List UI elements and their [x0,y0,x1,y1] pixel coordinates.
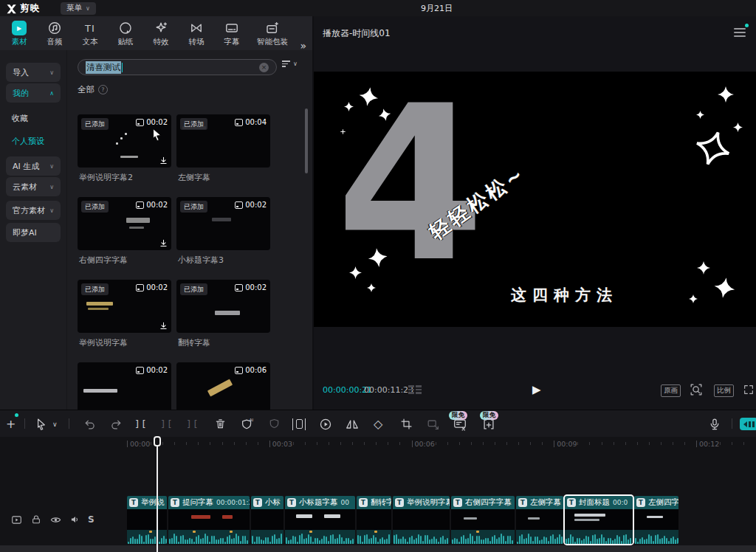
template-card[interactable]: 已添加00:04左侧字幕 [176,114,270,197]
fullscreen-icon[interactable] [742,377,755,402]
sidebar-item[interactable]: 云素材∨ [6,177,61,196]
download-icon[interactable] [159,238,168,248]
card-thumbnail[interactable]: 已添加00:02 [78,197,171,250]
delete-left-button[interactable]: ][ [160,410,173,438]
rotate-icon[interactable]: ◇ [374,410,382,438]
sidebar-item-label: 导入 [13,67,29,78]
card-thumbnail[interactable]: 已添加00:04 [176,114,270,168]
ratio-button[interactable]: 比例 [714,384,734,397]
download-icon[interactable] [159,156,168,165]
sparkle-star-icon [697,261,710,277]
card-thumbnail[interactable]: 00:06 [176,362,270,410]
undo-button[interactable] [83,410,97,438]
template-card-grid: 已添加00:02举例说明字幕2已添加00:04左侧字幕已添加00:02右侧四字字… [78,114,299,410]
chevron-down-icon[interactable]: ∨ [52,410,58,438]
sort-button[interactable]: ∨ [282,61,298,67]
timeline-clip[interactable]: T翻转字 [357,496,391,544]
sidebar-item[interactable]: 官方素材∨ [6,201,61,220]
clip-label: 举例说 [141,497,165,508]
select-tool-button[interactable] [34,410,48,438]
divider [24,418,25,429]
timeline-clip[interactable]: T小标题字幕00 [285,496,355,544]
template-card[interactable]: 已添加00:02右侧四字字幕 [78,197,171,280]
crop-icon[interactable] [399,410,413,438]
sidebar-item[interactable]: 即梦AI [6,223,61,242]
menu-button[interactable]: 菜单 ∨ [61,2,96,15]
tab-audio[interactable]: 音频 [37,16,72,50]
card-thumbnail[interactable]: 已添加00:02 [78,114,171,168]
snap-toggle-icon[interactable] [740,410,756,438]
lock-track-icon[interactable] [30,514,42,525]
tab-material[interactable]: ▶素材 [1,16,37,50]
template-card[interactable]: 已添加00:02翻转字幕 [176,280,270,362]
clip-audio-waveform [451,530,515,544]
preview-zoom-icon[interactable] [689,377,704,402]
sidebar-item[interactable]: 导入∨ [6,63,61,82]
minor-tick [186,442,187,445]
filter-all-tab[interactable]: 全部 [78,84,94,95]
mute-track-icon[interactable] [69,514,81,525]
timeline-clip[interactable]: T右侧四字字幕 [451,496,515,544]
template-card[interactable]: 00:02 [78,362,171,410]
card-thumbnail[interactable]: 已添加00:02 [176,280,270,333]
card-thumbnail[interactable]: 已添加00:02 [176,197,270,250]
capcut-logo-icon [6,3,17,14]
download-icon[interactable] [159,321,168,331]
template-card[interactable]: 00:06 [176,362,270,410]
frame-view-icon[interactable] [408,377,423,402]
major-tick [269,441,270,447]
clip-label: 左侧四字 [648,497,678,508]
timeline-ruler[interactable]: 00:0000:0300:0600:0900:12 [0,437,756,452]
play-button[interactable]: ▶ [532,377,541,402]
clip-duration: 00 [341,499,349,506]
template-card[interactable]: 已添加00:02举例说明字幕2 [78,114,171,197]
timeline-clip[interactable]: T举例说 [127,496,167,544]
speed-icon[interactable] [318,410,333,438]
split-button[interactable]: ][ [134,410,148,438]
delete-right-button[interactable]: ][ [186,410,199,438]
smart-cutout-ai-icon[interactable]: AI [240,410,255,438]
player-menu-icon[interactable] [734,28,746,37]
tab-effects[interactable]: 特效 [143,16,179,50]
tab-label: 文本 [83,38,98,46]
timeline-clip[interactable]: T左侧字幕 [516,496,563,544]
cover-toggle-icon[interactable] [10,514,23,526]
redo-button[interactable] [109,410,123,438]
scrollbar[interactable] [305,108,308,173]
sidebar-item[interactable]: 收藏 [12,112,28,124]
search-input[interactable]: 清喜测试 × [78,59,277,75]
clear-search-icon[interactable]: × [259,63,269,72]
added-badge: 已添加 [81,201,109,213]
record-voiceover-icon[interactable] [707,410,722,438]
left-panel: ▶素材音频TI文本贴纸特效转场字幕智能包装 » 导入∨我的∧收藏个人预设AI 生… [0,16,312,410]
timeline-clip[interactable]: T封面标题00:0 [565,496,633,544]
timeline-clip[interactable]: T左侧四字 [634,496,678,544]
template-card[interactable]: 已添加00:02小标题字幕3 [176,197,270,280]
timeline-clip[interactable]: T举例说明字幕 [393,496,450,544]
minor-tick [577,442,578,445]
sort-icon [282,61,290,67]
tab-transition[interactable]: 转场 [179,16,214,50]
card-thumbnail[interactable]: 已添加00:02 [78,280,171,333]
horizontal-scrollbar[interactable] [0,545,756,552]
hide-track-icon[interactable] [49,514,62,526]
tab-sticker[interactable]: 贴纸 [108,16,143,50]
template-card[interactable]: 已添加00:02举例说明字幕 [78,280,171,362]
tab-package[interactable]: 智能包装 [250,16,295,50]
sidebar-item[interactable]: 我的∧ [6,83,61,103]
timeline-clip[interactable]: T小标 [251,496,284,544]
card-thumbnail[interactable]: 00:02 [78,362,171,410]
tab-caption[interactable]: 字幕 [214,16,250,50]
solo-track-icon[interactable]: S [88,514,94,525]
mirror-icon[interactable] [345,410,360,438]
delete-button[interactable] [213,410,227,438]
tab-text[interactable]: TI文本 [72,16,108,50]
timeline-clip[interactable]: T提问字幕00:00:01:2 [168,496,250,544]
clip-label-bar: T提问字幕00:00:01:2 [168,496,250,509]
freeze-frame-icon[interactable] [292,410,306,438]
sidebar-item[interactable]: AI 生成∨ [6,156,61,176]
sidebar-item[interactable]: 个人预设 [12,135,44,147]
quality-button[interactable]: 原画 [661,384,681,397]
menu-label: 菜单 [66,3,82,13]
clip-video-thumbnail [168,509,250,530]
